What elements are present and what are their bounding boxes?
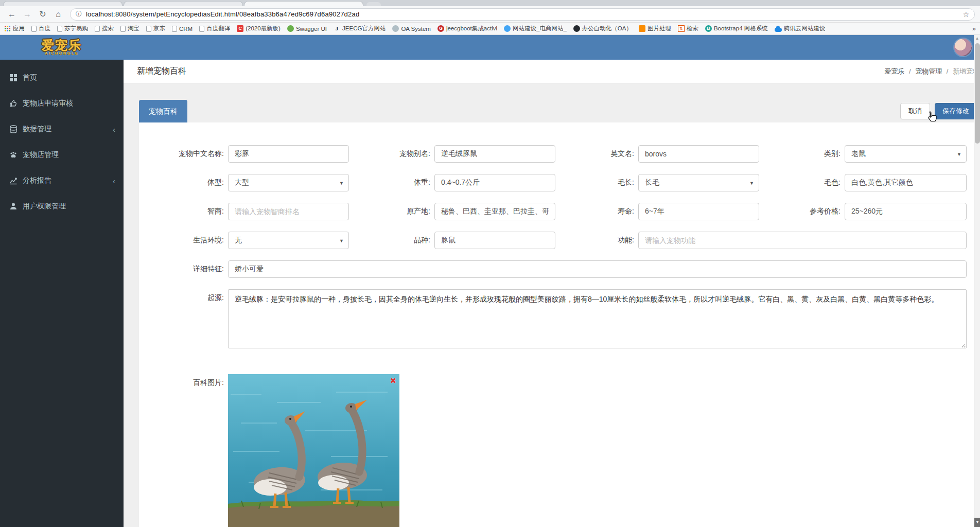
github-icon — [573, 25, 580, 32]
bookmarks-overflow-icon[interactable]: » — [972, 25, 976, 32]
jeecgboot-icon: G — [437, 25, 444, 32]
bookmark[interactable]: 淘宝 — [120, 25, 139, 32]
breed-input[interactable] — [434, 232, 555, 249]
weight-input[interactable] — [434, 174, 555, 191]
caret-down-icon: ▼ — [749, 181, 754, 186]
sidebar-item-shop-mgmt[interactable]: 宠物店管理 — [0, 142, 124, 168]
iq-label: 智商: — [149, 207, 224, 216]
bookmark[interactable]: 图片处理 — [639, 25, 671, 32]
page-scrollbar[interactable]: ▲ ▼ — [974, 35, 980, 527]
database-icon — [9, 125, 18, 133]
user-avatar[interactable] — [953, 38, 973, 57]
jeecg-icon: J — [334, 25, 340, 32]
browser-tab[interactable] — [3, 1, 122, 6]
bookmark[interactable]: Swagger UI — [287, 25, 327, 32]
alias-label: 宠物别名: — [353, 149, 430, 159]
bookmark[interactable]: CRM — [172, 26, 192, 32]
bookmark[interactable]: BBootstrap4 网格系统 — [705, 25, 768, 32]
bookmark[interactable]: ⇅检索 — [678, 25, 698, 32]
body-type-label: 体型: — [149, 178, 224, 187]
home-icon[interactable]: ⌂ — [51, 10, 65, 19]
c-badge-icon: C — [237, 25, 243, 32]
caret-down-icon: ▼ — [957, 152, 961, 157]
environment-label: 生活环境: — [149, 236, 224, 245]
logo-en-text: AICHONGLE — [0, 51, 124, 56]
browser-tab[interactable] — [124, 1, 243, 6]
swagger-icon — [287, 25, 294, 32]
function-input[interactable] — [638, 232, 967, 249]
bookmark-apps[interactable]: 应用 — [4, 25, 25, 32]
origin-place-input[interactable] — [434, 203, 555, 220]
url-text[interactable]: localhost:8080/system/petEncyclopediasEd… — [86, 10, 962, 18]
weight-label: 体重: — [353, 178, 430, 187]
scroll-up-icon[interactable]: ▲ — [974, 35, 980, 42]
bookmark[interactable]: OA System — [392, 25, 431, 32]
page-icon — [172, 26, 177, 32]
environment-select[interactable]: 无 ▼ — [228, 232, 349, 249]
bookmark[interactable]: 网站建设_电商网站_ — [504, 25, 567, 32]
app-logo: 爱宠乐 AICHONGLE — [0, 40, 124, 56]
apps-grid-icon — [4, 25, 11, 32]
bookmark[interactable]: Gjeecgboot集成activi — [437, 25, 497, 32]
lifespan-label: 寿命: — [559, 207, 634, 216]
page-info-icon[interactable]: ⓘ — [76, 10, 82, 19]
origin-textarea[interactable]: 逆毛绒豚：是安哥拉豚鼠的一种，身披长毛，因其全身的体毛逆向生长，并形成玫瑰花般的… — [228, 289, 967, 348]
scrollbar-thumb[interactable] — [975, 43, 980, 144]
bookmark[interactable]: C(2020最新版) — [237, 25, 281, 32]
content-area: 新增宠物百科 爱宠乐 / 宠物管理 / 新增宠物 宠物百科 取消 保存修改 宠 — [124, 60, 980, 527]
page-icon — [57, 26, 62, 32]
sidebar-item-reports[interactable]: 分析报告 ‹ — [0, 168, 124, 194]
reload-icon[interactable]: ↻ — [36, 9, 49, 19]
address-bar[interactable]: ⓘ localhost:8080/system/petEncyclopedias… — [70, 8, 975, 21]
bookmark[interactable]: 京东 — [146, 25, 165, 32]
price-input[interactable] — [845, 203, 967, 220]
iq-input[interactable] — [228, 203, 349, 220]
hair-color-input[interactable] — [845, 174, 967, 191]
new-tab-button[interactable] — [366, 2, 381, 6]
alias-input[interactable] — [434, 145, 555, 163]
save-button[interactable]: 保存修改 — [935, 103, 977, 119]
bookmark[interactable]: 百度翻译 — [199, 25, 230, 32]
sidebar-item-user-perms[interactable]: 用户权限管理 — [0, 194, 124, 219]
category-select[interactable]: 老鼠 ▼ — [845, 145, 967, 163]
cloud-icon — [775, 28, 782, 32]
breadcrumb-home[interactable]: 爱宠乐 — [884, 67, 904, 75]
bookmark-star-icon[interactable]: ☆ — [962, 10, 969, 19]
price-label: 参考价格: — [763, 207, 841, 216]
features-label: 详细特征: — [149, 265, 224, 274]
sidebar-item-data-mgmt[interactable]: 数据管理 ‹ — [0, 116, 124, 142]
bookmark[interactable]: 腾讯云网站建设 — [775, 25, 826, 32]
browser-tab-active[interactable] — [244, 1, 363, 6]
page-icon — [95, 26, 100, 32]
en-name-label: 英文名: — [559, 149, 634, 159]
lifespan-input[interactable] — [638, 203, 759, 220]
bookmark[interactable]: 苏宁易购 — [57, 25, 88, 32]
cn-name-input[interactable] — [228, 145, 349, 163]
bookmark[interactable]: JJEECG官方网站 — [334, 25, 386, 32]
scroll-down-icon[interactable]: ▼ — [974, 518, 980, 527]
chevron-left-icon: ‹ — [113, 125, 115, 134]
back-icon[interactable]: ← — [5, 10, 19, 19]
en-name-input[interactable] — [638, 145, 759, 163]
cancel-button[interactable]: 取消 — [900, 103, 930, 119]
forward-icon[interactable]: → — [21, 10, 34, 19]
sidebar-item-home[interactable]: 首页 — [0, 65, 124, 91]
bookmark[interactable]: 搜索 — [95, 25, 114, 32]
delete-image-icon[interactable]: ✖ — [390, 376, 396, 385]
tab-pet-encyclopedia[interactable]: 宠物百科 — [139, 100, 187, 122]
bookmark[interactable]: 百度 — [31, 25, 50, 32]
page-icon — [31, 26, 37, 32]
geese-photo — [228, 374, 399, 527]
body-type-select[interactable]: 大型 ▼ — [228, 174, 349, 191]
app-header: 爱宠乐 AICHONGLE — [0, 35, 980, 60]
oa-icon — [392, 25, 399, 32]
bookmark[interactable]: 办公自动化（OA） — [573, 25, 632, 32]
bootstrap-icon: B — [705, 25, 712, 32]
features-input[interactable] — [228, 260, 967, 278]
sidebar-item-shop-audit[interactable]: 宠物店申请审核 — [0, 91, 124, 116]
breadcrumb-section[interactable]: 宠物管理 — [915, 67, 942, 75]
hair-length-select[interactable]: 长毛 ▼ — [638, 174, 759, 191]
paw-icon — [9, 151, 18, 159]
thumbs-up-icon — [9, 99, 18, 108]
browser-tab-strip — [0, 0, 980, 6]
